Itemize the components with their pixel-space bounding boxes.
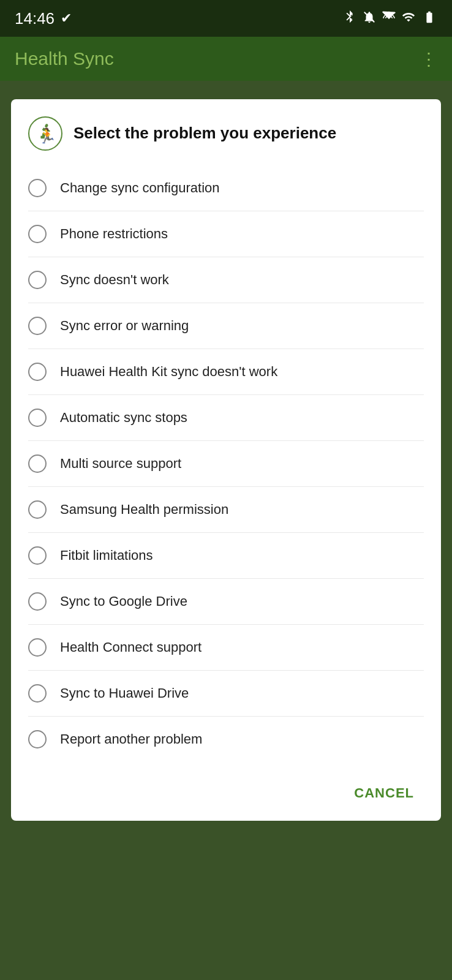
radio-circle: [28, 638, 47, 657]
check-icon: ✔: [61, 10, 72, 26]
radio-item[interactable]: Sync doesn't work: [28, 257, 424, 303]
radio-label: Report another problem: [60, 731, 202, 747]
radio-circle: [28, 684, 47, 703]
radio-circle: [28, 179, 47, 197]
svg-text:🏃: 🏃: [38, 127, 56, 145]
radio-item[interactable]: Multi source support: [28, 440, 424, 486]
running-figure-icon: 🏃: [28, 116, 62, 151]
time-display: 14:46: [15, 9, 55, 28]
dialog-title: Select the problem you experience: [73, 123, 336, 144]
radio-circle: [28, 454, 47, 473]
radio-label: Huawei Health Kit sync doesn't work: [60, 364, 277, 380]
radio-circle: [28, 730, 47, 748]
radio-label: Change sync configuration: [60, 180, 220, 196]
dialog-footer: CANCEL: [28, 773, 424, 809]
radio-item[interactable]: Report another problem: [28, 716, 424, 762]
dialog-header: 🏃 Select the problem you experience: [28, 116, 424, 151]
radio-item[interactable]: Health Connect support: [28, 624, 424, 670]
cancel-button[interactable]: CANCEL: [344, 778, 424, 809]
radio-label: Sync error or warning: [60, 318, 189, 334]
radio-circle: [28, 409, 47, 427]
radio-label: Health Connect support: [60, 639, 202, 655]
radio-label: Samsung Health permission: [60, 502, 228, 518]
radio-circle: [28, 592, 47, 611]
radio-circle: [28, 500, 47, 519]
radio-options-list: Change sync configurationPhone restricti…: [28, 165, 424, 762]
signal-icon: [402, 10, 415, 27]
mute-icon: [363, 10, 376, 27]
bluetooth-icon: [343, 10, 356, 27]
more-vert-icon[interactable]: ⋮: [420, 49, 437, 69]
radio-item[interactable]: Huawei Health Kit sync doesn't work: [28, 349, 424, 394]
radio-item[interactable]: Phone restrictions: [28, 211, 424, 257]
radio-item[interactable]: Sync error or warning: [28, 303, 424, 349]
radio-circle: [28, 363, 47, 381]
radio-item[interactable]: Sync to Google Drive: [28, 578, 424, 624]
radio-circle: [28, 317, 47, 335]
app-bar: Health Sync ⋮: [0, 37, 452, 81]
status-icons-area: [343, 10, 437, 27]
radio-label: Sync doesn't work: [60, 272, 169, 288]
app-title: Health Sync: [15, 48, 114, 69]
radio-circle: [28, 271, 47, 289]
battery-icon: [421, 10, 437, 27]
status-bar: 14:46 ✔: [0, 0, 452, 37]
radio-item[interactable]: Automatic sync stops: [28, 394, 424, 440]
problem-dialog: 🏃 Select the problem you experience Chan…: [11, 99, 441, 821]
wifi-icon: [382, 10, 396, 27]
radio-item[interactable]: Sync to Huawei Drive: [28, 670, 424, 716]
radio-label: Sync to Google Drive: [60, 594, 187, 609]
radio-label: Multi source support: [60, 456, 181, 472]
radio-item[interactable]: Fitbit limitations: [28, 532, 424, 578]
radio-item[interactable]: Change sync configuration: [28, 165, 424, 211]
radio-circle: [28, 225, 47, 243]
radio-item[interactable]: Samsung Health permission: [28, 486, 424, 532]
radio-circle: [28, 546, 47, 565]
radio-label: Fitbit limitations: [60, 548, 153, 564]
radio-label: Automatic sync stops: [60, 410, 187, 426]
status-time-area: 14:46 ✔: [15, 9, 72, 28]
radio-label: Phone restrictions: [60, 226, 168, 242]
radio-label: Sync to Huawei Drive: [60, 685, 189, 701]
